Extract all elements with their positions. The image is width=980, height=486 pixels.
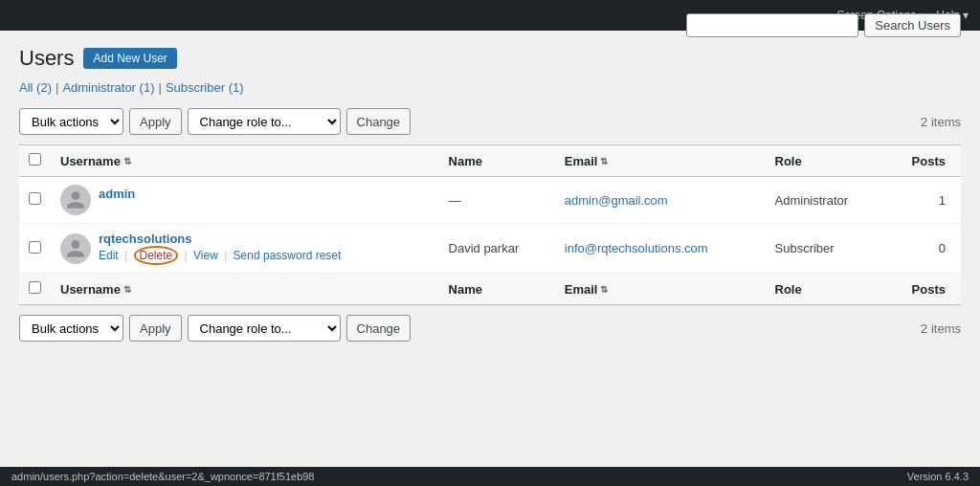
table-header-row: Username ⇅ Name Email ⇅ Role Posts: [19, 145, 961, 177]
col-name-footer: Name: [439, 274, 555, 305]
email-link-admin[interactable]: admin@gmail.com: [565, 193, 668, 208]
col-role-admin: Administrator: [766, 177, 885, 224]
sort-email-link[interactable]: Email ⇅: [565, 154, 609, 168]
main-content: Users Add New User Search Users All (2) …: [0, 31, 980, 370]
filter-administrator-link[interactable]: Administrator (1): [62, 80, 154, 95]
col-checkbox-header: [19, 145, 51, 177]
bulk-actions-select-top[interactable]: Bulk actions Delete: [19, 108, 123, 135]
col-email-footer: Email ⇅: [555, 274, 766, 305]
email-link-rq[interactable]: info@rqtechsolutions.com: [565, 241, 708, 255]
user-icon: [65, 189, 86, 210]
username-link-rq[interactable]: rqtechsolutions: [99, 232, 341, 246]
tablenav-top-count: 2 items: [921, 115, 961, 129]
apply-button-top[interactable]: Apply: [129, 108, 182, 135]
col-checkbox-footer: [19, 274, 51, 305]
change-button-top[interactable]: Change: [346, 108, 412, 135]
col-email-admin: admin@gmail.com: [555, 177, 766, 224]
table-row: rqtechsolutions Edit | Delete | View |: [19, 224, 961, 274]
col-name-admin: —: [439, 177, 555, 224]
search-area: Search Users: [686, 13, 961, 37]
table-row: admin Edit | Delete | View — a: [19, 177, 961, 224]
send-password-link-rq[interactable]: Send password reset: [234, 249, 342, 262]
col-posts-footer: Posts: [885, 274, 962, 305]
row-checkbox-admin: [19, 177, 51, 224]
col-email-header: Email ⇅: [555, 145, 766, 177]
col-username-rq: rqtechsolutions Edit | Delete | View |: [51, 224, 439, 274]
col-name-header: Name: [439, 145, 555, 177]
delete-link-rq[interactable]: Delete: [140, 249, 173, 262]
col-name-rq: David parkar: [439, 224, 555, 274]
tablenav-bottom-count: 2 items: [921, 321, 961, 336]
tablenav-top: Bulk actions Delete Apply Change role to…: [19, 104, 961, 139]
edit-link-rq[interactable]: Edit: [99, 249, 119, 262]
users-table: Username ⇅ Name Email ⇅ Role Posts: [19, 144, 961, 305]
select-all-checkbox-bottom[interactable]: [29, 281, 41, 294]
col-username-header: Username ⇅: [51, 145, 439, 177]
col-role-rq: Subscriber: [766, 224, 885, 274]
change-role-select-top[interactable]: Change role to... Administrator Subscrib…: [188, 108, 341, 135]
user-icon: [65, 238, 86, 259]
col-email-rq: info@rqtechsolutions.com: [555, 224, 766, 274]
filter-all-link[interactable]: All (2): [19, 80, 52, 95]
user-info-admin: admin Edit | Delete | View: [99, 187, 207, 214]
row-checkbox-rq: [19, 224, 51, 274]
avatar-admin: [60, 185, 91, 215]
row-select-admin[interactable]: [29, 192, 41, 205]
tablenav-bottom: Bulk actions Delete Apply Change role to…: [19, 311, 961, 345]
filter-sep-2: |: [158, 80, 161, 95]
filter-links: All (2) | Administrator (1) | Subscriber…: [19, 80, 961, 95]
col-posts-admin: 1: [885, 177, 962, 224]
col-username-footer: Username ⇅: [51, 274, 439, 305]
sort-email-footer-arrow-icon: ⇅: [600, 284, 608, 295]
apply-button-bottom[interactable]: Apply: [129, 315, 182, 342]
user-cell-rq: rqtechsolutions Edit | Delete | View |: [60, 232, 430, 265]
sort-username-footer-link[interactable]: Username ⇅: [60, 282, 131, 297]
col-role-footer: Role: [766, 274, 885, 305]
sort-arrow-icon: ⇅: [123, 156, 131, 166]
col-posts-header: Posts: [885, 145, 962, 177]
user-info-rq: rqtechsolutions Edit | Delete | View |: [99, 232, 341, 265]
page-header-row: Users Add New User Search Users: [19, 40, 961, 80]
filter-sep-1: |: [56, 80, 58, 95]
table-footer-row: Username ⇅ Name Email ⇅ Role Posts: [19, 274, 961, 305]
col-role-header: Role: [766, 145, 885, 177]
page-title: Users: [19, 46, 74, 71]
change-button-bottom[interactable]: Change: [346, 315, 412, 342]
avatar-rq: [60, 233, 91, 264]
tablenav-bottom-left: Bulk actions Delete Apply Change role to…: [19, 315, 411, 342]
chevron-down-icon: ▾: [963, 9, 969, 22]
search-input[interactable]: [686, 13, 858, 37]
col-username-admin: admin Edit | Delete | View: [51, 177, 439, 224]
row-actions-rq: Edit | Delete | View | Send password res…: [99, 246, 341, 265]
col-posts-rq: 0: [885, 224, 962, 274]
sort-email-footer-link[interactable]: Email ⇅: [565, 282, 609, 297]
view-link-rq[interactable]: View: [193, 249, 218, 262]
add-new-user-button[interactable]: Add New User: [83, 48, 176, 69]
change-role-select-bottom[interactable]: Change role to... Administrator Subscrib…: [188, 315, 341, 342]
sort-username-link[interactable]: Username ⇅: [60, 154, 131, 168]
sort-email-arrow-icon: ⇅: [600, 156, 608, 166]
select-all-checkbox-top[interactable]: [29, 153, 41, 166]
row-select-rq[interactable]: [29, 241, 41, 254]
filter-subscriber-link[interactable]: Subscriber (1): [166, 80, 244, 95]
user-cell-admin: admin Edit | Delete | View: [60, 185, 430, 215]
page-header: Users Add New User: [19, 40, 177, 71]
bulk-actions-select-bottom[interactable]: Bulk actions Delete: [19, 315, 123, 342]
search-users-button[interactable]: Search Users: [864, 13, 961, 37]
username-link-admin[interactable]: admin: [99, 187, 207, 201]
delete-circle-rq: Delete: [134, 246, 179, 265]
tablenav-top-left: Bulk actions Delete Apply Change role to…: [19, 108, 411, 135]
sort-arrow-footer-icon: ⇅: [123, 284, 131, 295]
